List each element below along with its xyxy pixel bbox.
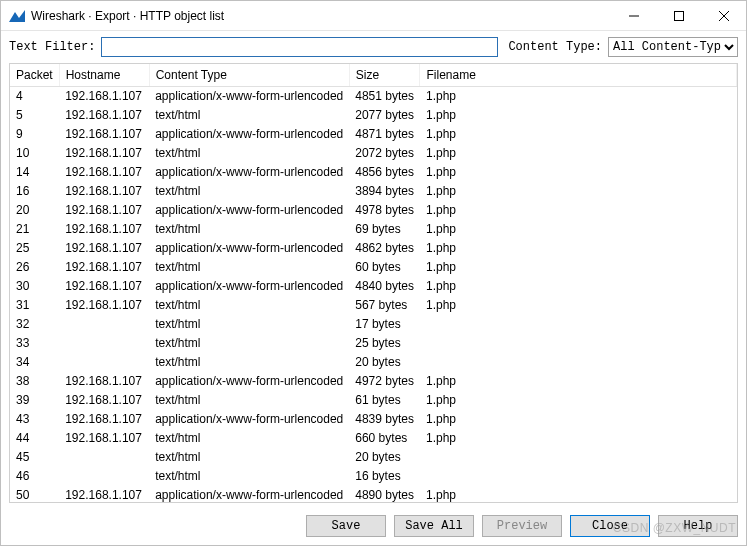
cell-content_type: application/x-www-form-urlencoded (149, 410, 349, 429)
cell-content_type: application/x-www-form-urlencoded (149, 125, 349, 144)
cell-content_type: text/html (149, 106, 349, 125)
preview-button[interactable]: Preview (482, 515, 562, 537)
table-row[interactable]: 25192.168.1.107application/x-www-form-ur… (10, 239, 737, 258)
table-row[interactable]: 33text/html25 bytes (10, 334, 737, 353)
cell-content_type: text/html (149, 258, 349, 277)
col-packet-header[interactable]: Packet (10, 64, 59, 87)
cell-packet: 20 (10, 201, 59, 220)
table-row[interactable]: 5192.168.1.107text/html2077 bytes1.php (10, 106, 737, 125)
cell-size: 4978 bytes (349, 201, 420, 220)
cell-packet: 33 (10, 334, 59, 353)
maximize-button[interactable] (656, 1, 701, 30)
window: Wireshark · Export · HTTP object list Te… (0, 0, 747, 546)
cell-size: 567 bytes (349, 296, 420, 315)
cell-size: 2072 bytes (349, 144, 420, 163)
minimize-button[interactable] (611, 1, 656, 30)
cell-size: 4871 bytes (349, 125, 420, 144)
cell-content_type: text/html (149, 467, 349, 486)
cell-filename: 1.php (420, 410, 737, 429)
cell-packet: 43 (10, 410, 59, 429)
cell-size: 3894 bytes (349, 182, 420, 201)
cell-content_type: text/html (149, 144, 349, 163)
cell-content_type: text/html (149, 353, 349, 372)
cell-content_type: text/html (149, 315, 349, 334)
cell-packet: 4 (10, 87, 59, 107)
titlebar: Wireshark · Export · HTTP object list (1, 1, 746, 31)
col-ctype-header[interactable]: Content Type (149, 64, 349, 87)
cell-packet: 9 (10, 125, 59, 144)
table-row[interactable]: 14192.168.1.107application/x-www-form-ur… (10, 163, 737, 182)
svg-rect-0 (674, 11, 683, 20)
cell-filename: 1.php (420, 486, 737, 503)
cell-hostname: 192.168.1.107 (59, 391, 149, 410)
cell-filename: 1.php (420, 258, 737, 277)
table-row[interactable]: 10192.168.1.107text/html2072 bytes1.php (10, 144, 737, 163)
save-button[interactable]: Save (306, 515, 386, 537)
content-type-select[interactable]: All Content-Types (608, 37, 738, 57)
object-table: Packet Hostname Content Type Size Filena… (10, 64, 737, 503)
cell-size: 2077 bytes (349, 106, 420, 125)
cell-hostname (59, 315, 149, 334)
table-row[interactable]: 9192.168.1.107application/x-www-form-url… (10, 125, 737, 144)
table-row[interactable]: 32text/html17 bytes (10, 315, 737, 334)
table-row[interactable]: 34text/html20 bytes (10, 353, 737, 372)
cell-hostname: 192.168.1.107 (59, 296, 149, 315)
col-filename-header[interactable]: Filename (420, 64, 737, 87)
table-row[interactable]: 50192.168.1.107application/x-www-form-ur… (10, 486, 737, 503)
cell-packet: 38 (10, 372, 59, 391)
table-row[interactable]: 45text/html20 bytes (10, 448, 737, 467)
cell-size: 660 bytes (349, 429, 420, 448)
table-row[interactable]: 4192.168.1.107application/x-www-form-url… (10, 87, 737, 107)
close-button[interactable] (701, 1, 746, 30)
cell-size: 4851 bytes (349, 87, 420, 107)
button-row: Save Save All Preview Close Help CSDN @Z… (1, 509, 746, 545)
cell-hostname: 192.168.1.107 (59, 486, 149, 503)
cell-packet: 39 (10, 391, 59, 410)
cell-hostname: 192.168.1.107 (59, 277, 149, 296)
table-row[interactable]: 20192.168.1.107application/x-www-form-ur… (10, 201, 737, 220)
cell-size: 4856 bytes (349, 163, 420, 182)
table-row[interactable]: 31192.168.1.107text/html567 bytes1.php (10, 296, 737, 315)
cell-filename (420, 315, 737, 334)
cell-filename (420, 334, 737, 353)
table-row[interactable]: 46text/html16 bytes (10, 467, 737, 486)
cell-packet: 45 (10, 448, 59, 467)
close-dialog-button[interactable]: Close (570, 515, 650, 537)
cell-content_type: text/html (149, 220, 349, 239)
cell-filename: 1.php (420, 239, 737, 258)
table-row[interactable]: 26192.168.1.107text/html60 bytes1.php (10, 258, 737, 277)
cell-filename: 1.php (420, 106, 737, 125)
col-hostname-header[interactable]: Hostname (59, 64, 149, 87)
cell-content_type: text/html (149, 448, 349, 467)
cell-hostname: 192.168.1.107 (59, 372, 149, 391)
table-row[interactable]: 21192.168.1.107text/html69 bytes1.php (10, 220, 737, 239)
cell-content_type: text/html (149, 182, 349, 201)
help-button[interactable]: Help (658, 515, 738, 537)
object-list[interactable]: Packet Hostname Content Type Size Filena… (9, 63, 738, 503)
cell-hostname: 192.168.1.107 (59, 201, 149, 220)
cell-hostname (59, 334, 149, 353)
cell-packet: 26 (10, 258, 59, 277)
save-all-button[interactable]: Save All (394, 515, 474, 537)
cell-hostname: 192.168.1.107 (59, 144, 149, 163)
table-row[interactable]: 38192.168.1.107application/x-www-form-ur… (10, 372, 737, 391)
table-row[interactable]: 44192.168.1.107text/html660 bytes1.php (10, 429, 737, 448)
cell-size: 4840 bytes (349, 277, 420, 296)
cell-hostname: 192.168.1.107 (59, 410, 149, 429)
cell-size: 69 bytes (349, 220, 420, 239)
table-row[interactable]: 39192.168.1.107text/html61 bytes1.php (10, 391, 737, 410)
col-size-header[interactable]: Size (349, 64, 420, 87)
cell-hostname: 192.168.1.107 (59, 258, 149, 277)
wireshark-icon (9, 8, 25, 24)
cell-packet: 21 (10, 220, 59, 239)
table-row[interactable]: 43192.168.1.107application/x-www-form-ur… (10, 410, 737, 429)
cell-hostname: 192.168.1.107 (59, 220, 149, 239)
cell-packet: 44 (10, 429, 59, 448)
text-filter-input[interactable] (101, 37, 498, 57)
table-row[interactable]: 30192.168.1.107application/x-www-form-ur… (10, 277, 737, 296)
window-controls (611, 1, 746, 30)
cell-hostname: 192.168.1.107 (59, 87, 149, 107)
table-row[interactable]: 16192.168.1.107text/html3894 bytes1.php (10, 182, 737, 201)
cell-content_type: application/x-www-form-urlencoded (149, 87, 349, 107)
cell-filename (420, 467, 737, 486)
